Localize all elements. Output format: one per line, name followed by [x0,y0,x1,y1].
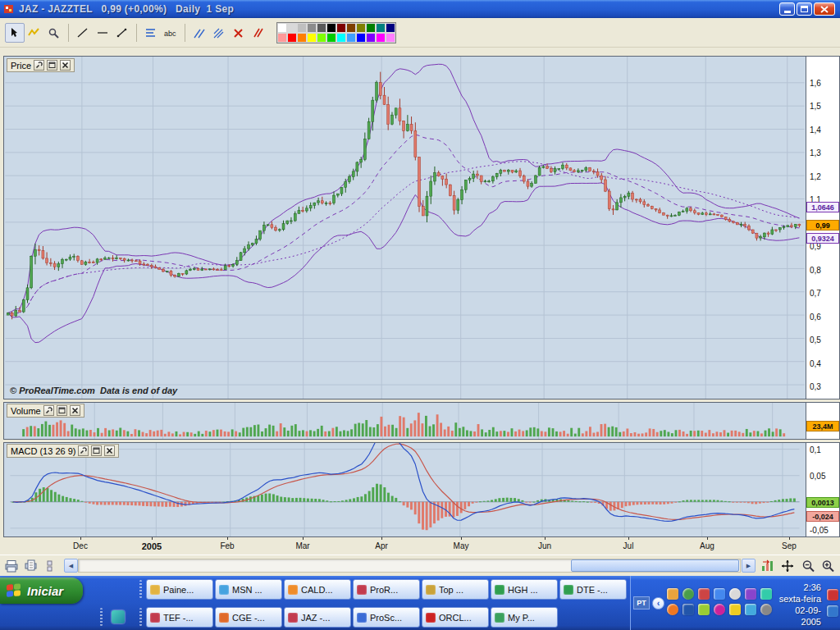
notes-tool[interactable] [141,23,161,43]
color-swatch[interactable] [307,33,317,43]
color-swatch[interactable] [297,33,307,43]
tray-icon[interactable] [729,588,741,600]
macd-settings-icon[interactable] [78,445,89,456]
color-swatch[interactable] [336,33,346,43]
taskbar-button[interactable]: CALD... [284,579,351,600]
price-restore-icon[interactable] [47,60,57,71]
pitchfork-tool[interactable] [209,23,229,43]
price-axis[interactable]: 1,61,51,41,31,21,110,90,80,70,60,50,40,3… [806,56,840,399]
text-tool[interactable]: abc [161,23,180,43]
close-button[interactable] [814,2,835,16]
select-tool[interactable] [5,23,25,43]
scrollbar-thumb[interactable] [571,559,739,572]
zoom-in-icon[interactable] [820,558,837,574]
color-swatch[interactable] [297,23,307,33]
segment-tool[interactable] [112,23,132,43]
price-chart[interactable] [3,56,806,399]
titlebar[interactable]: JAZ - JAZZTEL 0,99 (+0,00%) Daily 1 Sep [0,0,840,18]
drawing-shapes-tool[interactable] [25,23,44,43]
print-preview-icon[interactable] [23,558,39,574]
color-swatch[interactable] [287,23,297,33]
volume-restore-icon[interactable] [57,405,67,416]
tray-icon[interactable] [698,604,710,615]
parallel-lines-tool[interactable] [189,23,209,43]
scroll-right-arrow[interactable]: ▶ [742,559,756,573]
color-swatch[interactable] [376,33,386,43]
volume-chart[interactable] [3,402,806,440]
color-swatch[interactable] [317,33,326,43]
color-swatch[interactable] [366,33,376,43]
tray-icon[interactable] [745,588,756,600]
trendline-tool[interactable] [73,23,93,43]
taskbar-grip[interactable] [139,580,142,598]
zoom-out-icon[interactable] [801,558,817,574]
taskbar-button[interactable]: DTE -... [559,579,627,600]
tray-icon[interactable] [682,588,694,600]
color-swatch[interactable] [287,33,297,43]
quick-launch-grip[interactable] [100,608,103,626]
price-settings-icon[interactable] [34,60,44,71]
volume-axis[interactable]: 23,4M [806,402,840,440]
color-swatch[interactable] [277,23,287,33]
color-swatch[interactable] [356,33,366,43]
tray-icon[interactable] [760,588,772,600]
color-swatch[interactable] [356,23,366,33]
taskbar-button[interactable]: CGE -... [215,607,282,628]
macd-chart[interactable] [3,442,806,537]
horizontal-line-tool[interactable] [93,23,112,43]
taskbar-button[interactable]: TEF -... [146,607,213,628]
tray-icon[interactable] [760,604,772,615]
start-button[interactable]: Iniciar [0,578,83,604]
color-swatch[interactable] [346,33,356,43]
taskbar-button[interactable]: MSN ... [215,579,282,600]
minimize-button[interactable] [779,2,795,16]
tray-icon[interactable] [714,588,725,600]
macd-axis[interactable]: 0,10,050-0,050,0013-0,024 [806,442,840,537]
clock[interactable]: 2:36 sexta-feira 02-09-2005 [774,576,825,630]
layout-handle-icon[interactable] [44,558,56,574]
language-indicator[interactable]: PT [633,596,650,609]
maximize-button[interactable] [797,2,812,16]
color-swatch[interactable] [326,23,336,33]
pan-icon[interactable] [779,558,796,574]
color-swatch[interactable] [326,33,336,43]
delete-all-drawings-tool[interactable] [249,23,268,43]
color-swatch[interactable] [307,23,317,33]
zoom-draw-tool[interactable] [44,23,64,43]
quick-launch-icon[interactable] [112,610,125,623]
tray-icon[interactable] [682,604,694,615]
delete-drawing-tool[interactable] [229,23,249,43]
color-swatch[interactable] [366,23,376,33]
tray-icon[interactable] [667,588,678,600]
color-swatch[interactable] [386,33,395,43]
tray-icon[interactable] [729,604,741,615]
tray-icon[interactable] [714,604,725,615]
taskbar-button[interactable]: Top ... [422,579,489,600]
taskbar-button[interactable]: ORCL... [422,607,489,628]
price-close-icon[interactable] [60,60,71,71]
scroll-left-arrow[interactable]: ◀ [64,559,78,573]
volume-settings-icon[interactable] [43,405,54,416]
tray-icon[interactable] [745,604,756,615]
time-axis[interactable]: Dec2005FebMarAprMayJunJulAugSep [3,537,840,554]
color-swatch[interactable] [346,23,356,33]
taskbar-button[interactable]: ProR... [353,579,420,600]
tray-icon[interactable] [827,605,838,617]
taskbar-button[interactable]: ProSc... [353,607,420,628]
taskbar-button[interactable]: Paine... [146,579,213,600]
tray-icon[interactable] [698,588,710,600]
taskbar-button[interactable]: My P... [491,607,558,628]
color-swatch[interactable] [317,23,326,33]
tray-icon[interactable] [827,589,838,600]
color-swatch[interactable] [336,23,346,33]
macd-close-icon[interactable] [104,445,115,456]
taskbar-grip[interactable] [139,608,142,626]
taskbar-button[interactable]: JAZ -... [284,607,351,628]
print-icon[interactable] [3,558,20,574]
color-swatch[interactable] [376,23,386,33]
macd-restore-icon[interactable] [91,445,102,456]
hide-icons-chevron[interactable]: ‹ [652,597,664,609]
fit-chart-icon[interactable] [760,558,776,574]
volume-close-icon[interactable] [70,405,80,416]
color-swatch[interactable] [386,23,395,33]
